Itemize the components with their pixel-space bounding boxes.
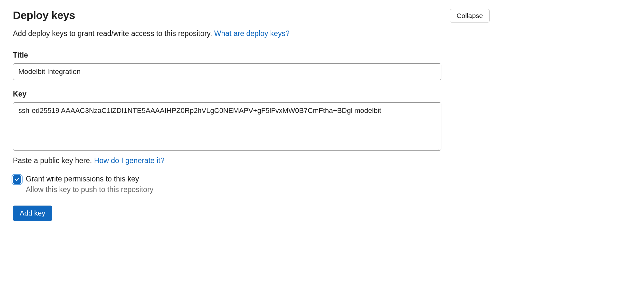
write-permission-label[interactable]: Grant write permissions to this key	[26, 174, 153, 184]
write-permission-sublabel: Allow this key to push to this repositor…	[26, 185, 153, 195]
section-description: Add deploy keys to grant read/write acce…	[13, 29, 490, 38]
description-text: Add deploy keys to grant read/write acce…	[13, 29, 214, 38]
key-label: Key	[13, 90, 490, 98]
key-input[interactable]	[13, 102, 441, 151]
add-key-button[interactable]: Add key	[13, 206, 52, 221]
title-input[interactable]	[13, 63, 441, 80]
check-icon	[15, 177, 19, 182]
generate-key-help-link[interactable]: How do I generate it?	[94, 156, 165, 165]
collapse-button[interactable]: Collapse	[450, 9, 490, 23]
title-label: Title	[13, 51, 490, 60]
section-title: Deploy keys	[13, 9, 75, 22]
write-permission-checkbox[interactable]	[13, 175, 21, 184]
deploy-keys-help-link[interactable]: What are deploy keys?	[214, 29, 290, 38]
key-help-prefix: Paste a public key here.	[13, 156, 94, 165]
key-help-text: Paste a public key here. How do I genera…	[13, 156, 490, 165]
